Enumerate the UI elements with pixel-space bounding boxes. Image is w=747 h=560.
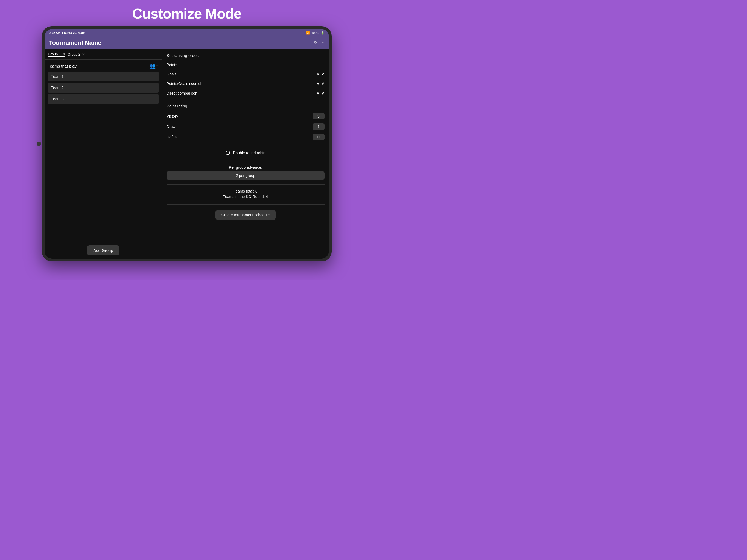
add-team-icon[interactable]: 👥+: [150, 63, 159, 69]
tab-group2-label: Group 2: [68, 52, 80, 56]
direct-arrows: ∧ ∨: [316, 91, 325, 96]
draw-label: Draw: [166, 124, 176, 129]
battery-label: 100%: [311, 31, 319, 34]
team-item-1[interactable]: Team 1: [48, 72, 159, 81]
status-bar: 9:02 AM Freitag 25. März 📶 100% 🔋: [45, 29, 329, 36]
home-button[interactable]: [37, 142, 41, 146]
defeat-value[interactable]: 0: [312, 134, 325, 140]
defeat-label: Defeat: [166, 135, 178, 139]
points-goals-up-arrow[interactable]: ∧: [316, 81, 319, 86]
status-right: 📶 100% 🔋: [306, 31, 325, 35]
ranking-row-goals: Goals ∧ ∨: [166, 69, 325, 79]
teams-total: Teams total: 6: [166, 189, 325, 193]
teams-header: Teams that play: 👥+: [48, 63, 159, 69]
device-frame: 9:02 AM Freitag 25. März 📶 100% 🔋 Tourna…: [42, 26, 332, 261]
add-group-button[interactable]: Add Group: [87, 245, 119, 255]
point-row-defeat: Defeat 0: [166, 132, 325, 142]
ranking-title: Set ranking order:: [166, 53, 325, 58]
goals-up-arrow[interactable]: ∧: [316, 71, 319, 77]
tab-group1-close[interactable]: ✕: [62, 52, 66, 56]
point-row-draw: Draw 1: [166, 121, 325, 132]
header-icons: ✎ ⌂: [314, 40, 325, 46]
edit-icon[interactable]: ✎: [314, 40, 318, 46]
right-panel: Set ranking order: Points Goals ∧ ∨ Poin…: [162, 49, 329, 259]
victory-label: Victory: [166, 114, 178, 119]
battery-icon: 🔋: [321, 31, 325, 35]
tabs-container: Group 1 ✕ Group 2 ✕: [45, 49, 162, 59]
teams-label: Teams that play:: [48, 64, 78, 68]
teams-section: Teams that play: 👥+ Team 1 Team 2 Team 3: [45, 59, 162, 243]
tournament-title: Tournament Name: [49, 40, 101, 47]
wifi-icon: 📶: [306, 31, 310, 35]
per-group-title: Per group advance:: [166, 165, 325, 170]
draw-value[interactable]: 1: [312, 123, 325, 130]
page-title: Customize Mode: [132, 5, 241, 22]
device-screen: 9:02 AM Freitag 25. März 📶 100% 🔋 Tourna…: [45, 29, 329, 259]
ranking-row-direct: Direct comparison ∧ ∨: [166, 88, 325, 98]
divider-2: [166, 145, 325, 145]
ranking-goals-label: Goals: [166, 72, 177, 76]
points-goals-arrows: ∧ ∨: [316, 81, 325, 86]
double-round-robin-row[interactable]: Double round robin: [166, 148, 325, 158]
team-item-2[interactable]: Team 2: [48, 83, 159, 93]
left-panel: Group 1 ✕ Group 2 ✕ Teams that play: 👥+: [45, 49, 162, 259]
goals-arrows: ∧ ∨: [316, 71, 325, 77]
app-header: Tournament Name ✎ ⌂: [45, 36, 329, 49]
direct-up-arrow[interactable]: ∧: [316, 91, 319, 96]
per-group-section: Per group advance: 2 per group: [166, 163, 325, 182]
double-round-robin-label: Double round robin: [233, 151, 265, 155]
tab-group2[interactable]: Group 2 ✕: [68, 52, 85, 56]
team-item-3[interactable]: Team 3: [48, 94, 159, 104]
teams-ko: Teams in the KO Round: 4: [166, 195, 325, 199]
per-group-value[interactable]: 2 per group: [166, 171, 325, 180]
ranking-direct-label: Direct comparison: [166, 91, 198, 96]
point-rating-title: Point rating:: [166, 104, 325, 108]
ranking-points-goals-label: Points/Goals scored: [166, 81, 201, 86]
create-tournament-button[interactable]: Create tournament schedule: [215, 210, 276, 220]
status-time: 9:02 AM Freitag 25. März: [49, 31, 85, 34]
point-row-victory: Victory 3: [166, 111, 325, 121]
divider-5: [166, 204, 325, 205]
ranking-row-points-goals: Points/Goals scored ∧ ∨: [166, 79, 325, 88]
tab-group1[interactable]: Group 1 ✕: [48, 52, 66, 57]
ranking-row-points: Points: [166, 60, 325, 69]
main-content: Group 1 ✕ Group 2 ✕ Teams that play: 👥+: [45, 49, 329, 259]
stats-section: Teams total: 6 Teams in the KO Round: 4: [166, 187, 325, 202]
tab-group2-close[interactable]: ✕: [82, 52, 85, 56]
divider-1: [166, 101, 325, 101]
radio-circle[interactable]: [226, 151, 230, 155]
tab-underline: [48, 56, 66, 57]
direct-down-arrow[interactable]: ∨: [321, 91, 325, 96]
tab-group1-label: Group 1: [48, 52, 61, 56]
divider-3: [166, 160, 325, 161]
victory-value[interactable]: 3: [312, 113, 325, 120]
ranking-points-label: Points: [166, 62, 177, 67]
points-goals-down-arrow[interactable]: ∨: [321, 81, 325, 86]
goals-down-arrow[interactable]: ∨: [321, 71, 325, 77]
home-icon[interactable]: ⌂: [321, 40, 325, 46]
